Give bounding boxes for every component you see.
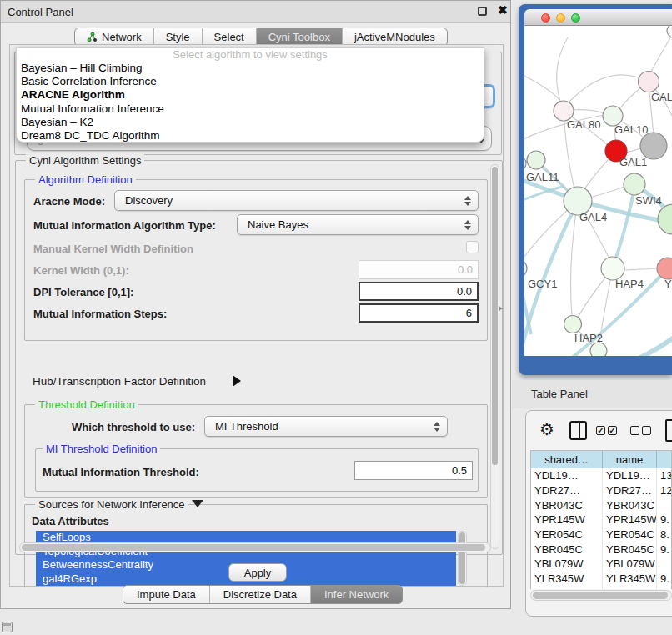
mi-type-label: Mutual Information Algorithm Type: bbox=[33, 219, 216, 232]
algorithm-option[interactable]: Bayesian – Hill Climbing bbox=[17, 62, 484, 75]
apply-button[interactable]: Apply bbox=[228, 563, 287, 582]
table-row[interactable]: YBL079WYBL079W bbox=[531, 557, 671, 572]
select-all-icon[interactable]: ✓ bbox=[596, 426, 605, 435]
close-panel-icon[interactable]: ✖ bbox=[498, 3, 508, 17]
table-cell: YBR045C bbox=[603, 542, 657, 557]
network-node[interactable] bbox=[624, 173, 645, 195]
algorithm-option[interactable]: ARACNE Algorithm bbox=[17, 88, 484, 102]
table-row[interactable]: YDL19…YDL19…13 bbox=[531, 468, 671, 483]
table-row[interactable]: YBR045CYBR045C9. bbox=[531, 542, 671, 557]
zoom-window-icon[interactable] bbox=[571, 13, 580, 22]
tab-discretize-data[interactable]: Discretize Data bbox=[210, 586, 311, 603]
settings-vertical-scrollbar[interactable] bbox=[490, 164, 499, 549]
control-panel: Control Panel ✖ Network Style Select Cyn… bbox=[0, 0, 511, 609]
network-canvas[interactable]: GALGAL80GAL10GAL1GAL11SWI4GAL4GCY1HAP4YH… bbox=[524, 26, 672, 356]
deselect-all-icon[interactable] bbox=[642, 426, 651, 435]
network-node[interactable] bbox=[667, 26, 672, 38]
network-node[interactable] bbox=[639, 72, 659, 92]
table-row[interactable]: YER054CYER054C8. bbox=[531, 528, 671, 542]
node-label: GAL bbox=[651, 91, 672, 103]
algorithm-option[interactable]: Mutual Information Inference bbox=[17, 102, 484, 116]
table-cell: YDL19… bbox=[603, 468, 657, 483]
table-row[interactable]: YPR145WYPR145W9. bbox=[531, 512, 671, 528]
algorithm-dropdown-popup: Select algorithm to view settings Bayesi… bbox=[16, 48, 484, 142]
table-panel-title: Table Panel bbox=[531, 388, 588, 400]
node-label: GAL11 bbox=[526, 171, 559, 183]
deselect-all-icon[interactable] bbox=[630, 426, 639, 435]
algorithm-option[interactable]: Basic Correlation Inference bbox=[17, 75, 484, 88]
table-cell: 13 bbox=[657, 468, 672, 483]
network-node[interactable] bbox=[527, 151, 545, 169]
dpi-tolerance-label: DPI Tolerance [0,1]: bbox=[33, 286, 133, 298]
tab-style[interactable]: Style bbox=[154, 28, 203, 46]
network-edge bbox=[650, 32, 672, 73]
control-panel-titlebar: Control Panel ✖ bbox=[1, 1, 510, 22]
hub-expand-icon[interactable] bbox=[233, 375, 241, 387]
network-node[interactable] bbox=[564, 316, 582, 333]
split-columns-icon[interactable] bbox=[569, 421, 587, 440]
table-row[interactable]: YDR27…YDR27…12 bbox=[531, 483, 671, 498]
mi-steps-field[interactable]: 6 bbox=[359, 303, 479, 322]
network-edge bbox=[637, 336, 672, 356]
network-node[interactable] bbox=[601, 257, 624, 280]
network-node[interactable] bbox=[658, 204, 672, 234]
minimized-panel-icon[interactable] bbox=[2, 622, 13, 632]
kernel-width-label: Kernel Width (0,1): bbox=[33, 264, 129, 277]
minimize-window-icon[interactable] bbox=[556, 13, 565, 22]
hub-definition-label[interactable]: Hub/Transcription Factor Definition bbox=[33, 375, 206, 388]
new-document-icon[interactable] bbox=[665, 419, 672, 442]
table-cell: YIL052C bbox=[531, 587, 603, 590]
tab-select[interactable]: Select bbox=[203, 28, 257, 46]
sources-collapse-icon[interactable] bbox=[192, 500, 203, 508]
aracne-mode-combobox[interactable]: Discovery bbox=[114, 190, 479, 211]
combo-arrows-icon bbox=[434, 422, 440, 432]
table-cell: YIL052C bbox=[603, 587, 657, 590]
float-panel-icon[interactable] bbox=[478, 7, 487, 16]
tab-cyni-toolbox[interactable]: Cyni Toolbox bbox=[257, 28, 343, 46]
settings-gear-icon[interactable]: ⚙ bbox=[539, 419, 554, 439]
table-cell: YER054C bbox=[603, 528, 657, 542]
network-edge bbox=[626, 148, 642, 152]
table-column-header[interactable]: A bbox=[657, 451, 672, 468]
table-cell: 12 bbox=[657, 483, 672, 498]
mi-algorithm-type-combobox[interactable]: Naive Bayes bbox=[237, 214, 479, 235]
application-root: Control Panel ✖ Network Style Select Cyn… bbox=[0, 0, 672, 635]
tab-infer-network[interactable]: Infer Network bbox=[311, 586, 402, 603]
algorithm-option[interactable]: Dream8 DC_TDC Algorithm bbox=[17, 129, 484, 142]
tab-jactivemnodules[interactable]: jActiveMNodules bbox=[343, 28, 447, 46]
manual-kernel-checkbox[interactable] bbox=[466, 241, 479, 253]
mi-threshold-field[interactable]: 0.5 bbox=[354, 461, 473, 480]
bottom-tabbar: Impute Data Discretize Data Infer Networ… bbox=[123, 585, 403, 604]
table-horizontal-scrollbar[interactable] bbox=[530, 590, 672, 601]
table-cell: 8. bbox=[657, 528, 672, 542]
table-row[interactable]: YIL052CYIL052C9. bbox=[531, 587, 671, 590]
network-node[interactable] bbox=[524, 259, 527, 278]
dpi-tolerance-field[interactable]: 0.0 bbox=[359, 282, 479, 301]
select-all-icon[interactable]: ✓ bbox=[608, 426, 617, 435]
network-node[interactable] bbox=[524, 156, 526, 171]
tab-network[interactable]: Network bbox=[75, 28, 154, 46]
table-cell bbox=[657, 557, 672, 572]
table-cell: 9. bbox=[657, 542, 672, 557]
table-cell: YLR345W bbox=[531, 572, 603, 587]
attributes-scrollbar[interactable] bbox=[458, 531, 467, 586]
mi-threshold-group: MI Threshold Definition Mutual Informati… bbox=[35, 448, 479, 492]
node-table[interactable]: shared…nameA YDL19…YDL19…13YDR27…YDR27…1… bbox=[530, 450, 672, 589]
table-row[interactable]: YBR043CYBR043C bbox=[531, 498, 671, 512]
network-window[interactable]: GALGAL80GAL10GAL1GAL11SWI4GAL4GCY1HAP4YH… bbox=[519, 4, 672, 375]
algorithm-option[interactable]: Bayesian – K2 bbox=[17, 116, 484, 129]
tab-impute-data[interactable]: Impute Data bbox=[123, 586, 210, 603]
table-cell: 9. bbox=[657, 572, 672, 587]
table-column-header[interactable]: shared… bbox=[531, 451, 603, 468]
network-node[interactable] bbox=[590, 342, 607, 356]
which-threshold-combobox[interactable]: MI Threshold bbox=[204, 416, 448, 437]
close-window-icon[interactable] bbox=[541, 13, 550, 22]
table-column-header[interactable]: name bbox=[603, 451, 657, 468]
combo-arrows-icon bbox=[464, 196, 471, 206]
table-row[interactable]: YLR345WYLR345W9. bbox=[531, 572, 671, 587]
settings-horizontal-scrollbar[interactable] bbox=[19, 542, 491, 552]
algorithm-list: Bayesian – Hill ClimbingBasic Correlatio… bbox=[17, 62, 484, 142]
table-cell: 9. bbox=[657, 587, 672, 590]
network-window-titlebar bbox=[524, 9, 672, 26]
kernel-width-field[interactable]: 0.0 bbox=[359, 260, 479, 279]
